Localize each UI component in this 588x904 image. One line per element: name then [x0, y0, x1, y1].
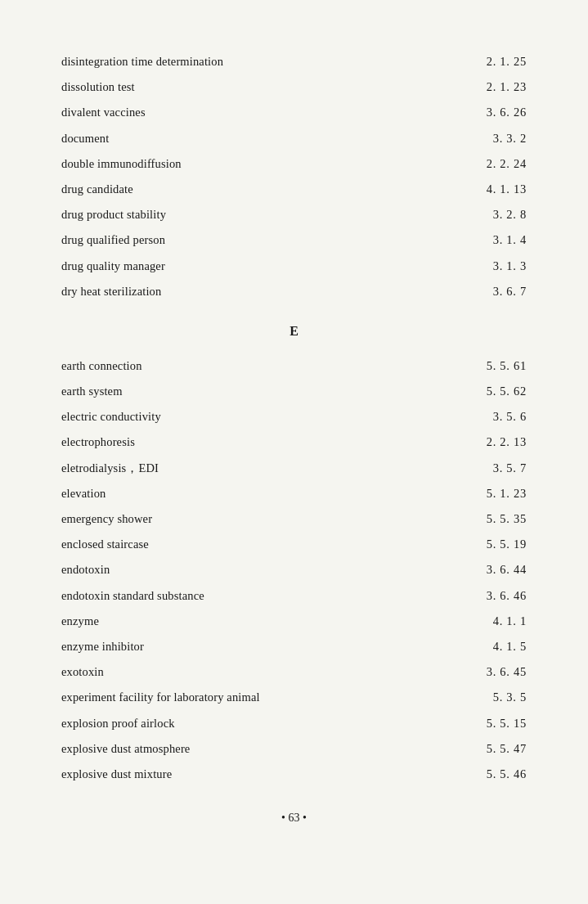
- ref-number: 5. 3. 5: [387, 685, 527, 710]
- list-item: drug product stability3. 2. 8: [61, 202, 527, 227]
- list-item: electrophoresis2. 2. 13: [61, 430, 527, 455]
- term-label: earth system: [61, 379, 387, 404]
- ref-number: 2. 2. 24: [387, 151, 527, 177]
- term-label: explosive dust atmosphere: [61, 736, 387, 762]
- ref-number: 4. 1. 1: [387, 609, 527, 634]
- term-label: exotoxin: [61, 659, 387, 685]
- list-item: divalent vaccines3. 6. 26: [61, 100, 527, 125]
- e-section-table: earth connection5. 5. 61earth system5. 5…: [61, 353, 527, 787]
- term-label: emergency shower: [61, 506, 387, 532]
- term-label: drug quality manager: [61, 254, 387, 279]
- term-label: drug candidate: [61, 177, 387, 202]
- list-item: disintegration time determination2. 1. 2…: [61, 49, 527, 74]
- list-item: explosive dust atmosphere5. 5. 47: [61, 736, 527, 762]
- list-item: exotoxin3. 6. 45: [61, 659, 527, 685]
- list-item: double immunodiffusion2. 2. 24: [61, 151, 527, 177]
- ref-number: 3. 6. 46: [387, 583, 527, 609]
- term-label: disintegration time determination: [61, 49, 387, 74]
- list-item: enzyme inhibitor4. 1. 5: [61, 634, 527, 659]
- list-item: enclosed staircase5. 5. 19: [61, 532, 527, 557]
- list-item: drug qualified person3. 1. 4: [61, 227, 527, 253]
- term-label: electric conductivity: [61, 404, 387, 430]
- ref-number: 2. 1. 23: [387, 74, 527, 100]
- ref-number: 3. 6. 44: [387, 557, 527, 582]
- list-item: drug candidate4. 1. 13: [61, 177, 527, 202]
- term-label: endotoxin standard substance: [61, 583, 387, 609]
- ref-number: 4. 1. 5: [387, 634, 527, 659]
- list-item: electric conductivity3. 5. 6: [61, 404, 527, 430]
- ref-number: 5. 1. 23: [387, 481, 527, 506]
- list-item: eletrodialysis，EDI3. 5. 7: [61, 456, 527, 481]
- term-label: document: [61, 126, 387, 151]
- list-item: dry heat sterilization3. 6. 7: [61, 279, 527, 304]
- ref-number: 5. 5. 15: [387, 711, 527, 736]
- list-item: emergency shower5. 5. 35: [61, 506, 527, 532]
- ref-number: 5. 5. 35: [387, 506, 527, 532]
- term-label: elevation: [61, 481, 387, 506]
- ref-number: 5. 5. 62: [387, 379, 527, 404]
- term-label: enzyme: [61, 609, 387, 634]
- ref-number: 3. 6. 45: [387, 659, 527, 685]
- list-item: explosion proof airlock5. 5. 15: [61, 711, 527, 736]
- page-number: • 63 •: [61, 812, 527, 825]
- list-item: dissolution test2. 1. 23: [61, 74, 527, 100]
- list-item: elevation5. 1. 23: [61, 481, 527, 506]
- ref-number: 5. 5. 19: [387, 532, 527, 557]
- ref-number: 2. 1. 25: [387, 49, 527, 74]
- term-label: earth connection: [61, 353, 387, 379]
- ref-number: 5. 5. 46: [387, 762, 527, 787]
- ref-number: 3. 5. 6: [387, 404, 527, 430]
- list-item: enzyme4. 1. 1: [61, 609, 527, 634]
- ref-number: 3. 1. 4: [387, 227, 527, 253]
- list-item: earth system5. 5. 62: [61, 379, 527, 404]
- list-item: experiment facility for laboratory anima…: [61, 685, 527, 710]
- list-item: endotoxin3. 6. 44: [61, 557, 527, 582]
- ref-number: 4. 1. 13: [387, 177, 527, 202]
- term-label: drug product stability: [61, 202, 387, 227]
- term-label: drug qualified person: [61, 227, 387, 253]
- term-label: dissolution test: [61, 74, 387, 100]
- ref-number: 5. 5. 47: [387, 736, 527, 762]
- list-item: drug quality manager3. 1. 3: [61, 254, 527, 279]
- d-section-table: disintegration time determination2. 1. 2…: [61, 49, 527, 304]
- list-item: explosive dust mixture5. 5. 46: [61, 762, 527, 787]
- term-label: divalent vaccines: [61, 100, 387, 125]
- term-label: experiment facility for laboratory anima…: [61, 685, 387, 710]
- ref-number: 3. 1. 3: [387, 254, 527, 279]
- term-label: dry heat sterilization: [61, 279, 387, 304]
- term-label: explosion proof airlock: [61, 711, 387, 736]
- ref-number: 3. 3. 2: [387, 126, 527, 151]
- ref-number: 3. 6. 26: [387, 100, 527, 125]
- ref-number: 3. 6. 7: [387, 279, 527, 304]
- list-item: document3. 3. 2: [61, 126, 527, 151]
- term-label: double immunodiffusion: [61, 151, 387, 177]
- term-label: electrophoresis: [61, 430, 387, 455]
- term-label: enclosed staircase: [61, 532, 387, 557]
- list-item: endotoxin standard substance3. 6. 46: [61, 583, 527, 609]
- term-label: explosive dust mixture: [61, 762, 387, 787]
- term-label: endotoxin: [61, 557, 387, 582]
- page: disintegration time determination2. 1. 2…: [0, 0, 588, 904]
- list-item: earth connection5. 5. 61: [61, 353, 527, 379]
- term-label: enzyme inhibitor: [61, 634, 387, 659]
- term-label: eletrodialysis，EDI: [61, 456, 387, 481]
- ref-number: 3. 2. 8: [387, 202, 527, 227]
- section-header-e: E: [61, 304, 527, 353]
- ref-number: 5. 5. 61: [387, 353, 527, 379]
- ref-number: 3. 5. 7: [387, 456, 527, 481]
- ref-number: 2. 2. 13: [387, 430, 527, 455]
